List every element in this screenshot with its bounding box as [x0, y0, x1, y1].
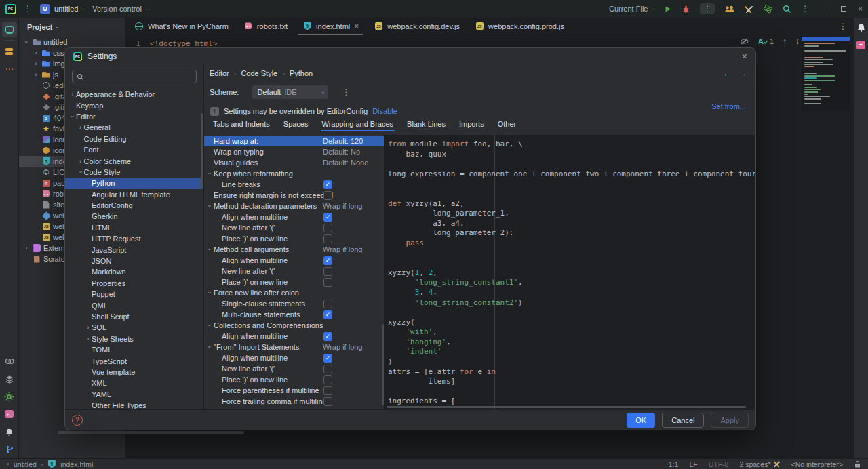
disable-link[interactable]: Disable — [372, 107, 397, 115]
option-row[interactable]: Align when multiline✓ — [204, 211, 384, 222]
window-close-button[interactable]: × — [859, 5, 863, 13]
plugin-pink-icon[interactable]: + — [856, 41, 865, 49]
tree-scrollbar[interactable] — [201, 113, 203, 188]
window-maximize-button[interactable] — [841, 6, 846, 12]
checkbox-unchecked[interactable] — [323, 224, 332, 232]
main-menu-kebab-icon[interactable]: ⋮ — [24, 5, 32, 13]
help-icon[interactable]: ? — [72, 415, 83, 426]
settings-tree-item[interactable]: Code Editing — [65, 134, 203, 144]
checkbox-unchecked[interactable] — [323, 267, 332, 276]
option-row[interactable]: Place ')' on new line — [204, 374, 384, 385]
tools-icon[interactable] — [744, 5, 753, 14]
scheme-options-kebab-icon[interactable]: ⋮ — [342, 88, 350, 96]
git-tool-button[interactable] — [2, 442, 17, 457]
more-kebab-icon[interactable]: ⋮ — [801, 5, 809, 13]
option-row[interactable]: New line after '(' — [204, 222, 384, 233]
option-row[interactable]: ›Method call argumentsWrap if long — [204, 244, 384, 255]
more-tools-button[interactable]: ⋯ — [2, 62, 17, 77]
chevron-right-icon[interactable]: › — [69, 91, 76, 98]
settings-tree-item[interactable]: Vue template — [65, 367, 203, 378]
settings-tree-item[interactable]: TOML — [65, 344, 203, 355]
option-row[interactable]: Hard wrap at:Default: 120 — [204, 136, 384, 146]
settings-tree-item[interactable]: YAML — [65, 389, 203, 400]
settings-tree-item[interactable]: Shell Script — [65, 311, 203, 322]
settings-tree-item[interactable]: ›Appearance & Behavior — [65, 89, 203, 100]
chevron-right-icon[interactable]: › — [77, 124, 84, 131]
chevron-right-icon[interactable]: › — [85, 324, 92, 331]
settings-tree-item[interactable]: EditorConfig — [65, 200, 203, 211]
editor-minimap[interactable] — [802, 37, 850, 111]
version-control-menu[interactable]: Version control › — [92, 5, 147, 13]
project-tool-button[interactable] — [2, 22, 17, 37]
chevron-right-icon[interactable]: › — [33, 49, 39, 56]
settings-tree-item[interactable]: ›Style Sheets — [65, 333, 203, 344]
run-config-selector[interactable]: Current File › — [609, 5, 654, 13]
settings-tree-item[interactable]: HTML — [65, 222, 203, 233]
apply-button[interactable]: Apply — [711, 413, 749, 428]
option-row[interactable]: Visual guidesDefault: None — [204, 157, 384, 168]
option-row[interactable]: Wrap on typingDefault: No — [204, 146, 384, 157]
tab-imports[interactable]: Imports — [459, 120, 484, 131]
close-tab-icon[interactable]: × — [354, 22, 359, 31]
chevron-down-icon[interactable]: › — [206, 171, 213, 177]
chevron-down-icon[interactable]: › — [206, 290, 213, 296]
settings-tree-item[interactable]: HTTP Request — [65, 233, 203, 244]
chevron-down-icon[interactable]: › — [54, 26, 60, 28]
status-item[interactable]: 1:1 — [669, 460, 679, 468]
editor-tab[interactable]: webpack.config.prod.js — [467, 18, 572, 35]
settings-tree-item[interactable]: Other File Types — [65, 400, 203, 409]
tab-tabs-and-indents[interactable]: Tabs and Indents — [213, 120, 270, 131]
editor-tab[interactable]: What's New in PyCharm — [127, 18, 236, 35]
checkbox-unchecked[interactable] — [323, 191, 332, 200]
structure-tool-button[interactable] — [2, 44, 17, 59]
chevron-right-icon[interactable]: › — [33, 71, 39, 78]
notifications-tool-button[interactable] — [2, 424, 17, 439]
option-row[interactable]: ›"From" Import StatementsWrap if long — [204, 342, 384, 352]
option-row[interactable]: Ensure right margin is not exceeded — [204, 190, 384, 201]
settings-sync-button[interactable] — [2, 389, 17, 404]
cancel-button[interactable]: Cancel — [662, 413, 704, 428]
settings-tree-item[interactable]: Keymap — [65, 100, 203, 110]
chevron-down-icon[interactable]: › — [206, 344, 213, 350]
chevron-down-icon[interactable]: › — [69, 113, 76, 120]
tab-options-kebab-icon[interactable]: ⋮ — [839, 22, 847, 31]
option-row[interactable]: Place ')' on new line — [204, 233, 384, 244]
option-row[interactable]: Align when multiline✓ — [204, 331, 384, 342]
terminal-tool-button[interactable]: >_ — [2, 407, 17, 422]
settings-tree-item[interactable]: ›Editor — [65, 111, 203, 122]
chevron-right-icon[interactable]: › — [33, 60, 39, 67]
settings-tree-item[interactable]: ›Color Scheme — [65, 155, 203, 166]
tab-other[interactable]: Other — [498, 120, 517, 131]
editor-tab[interactable]: webpack.config.dev.js — [366, 18, 467, 35]
checkbox-unchecked[interactable] — [323, 397, 332, 406]
tab-blank-lines[interactable]: Blank Lines — [407, 120, 446, 131]
set-from-link[interactable]: Set from... — [711, 102, 746, 110]
settings-dialog-header[interactable]: Settings × — [65, 48, 755, 64]
option-row[interactable]: New line after '(' — [204, 266, 384, 277]
settings-tree-item[interactable]: QML — [65, 300, 203, 310]
settings-tree-item[interactable]: JavaScript — [65, 244, 203, 255]
checkbox-checked[interactable]: ✓ — [323, 310, 332, 319]
option-row[interactable]: ›Keep when reformatting — [204, 168, 384, 179]
tab-spaces[interactable]: Spaces — [283, 120, 309, 131]
project-scrollbar[interactable] — [58, 431, 244, 434]
settings-tree-item[interactable]: Angular HTML template — [65, 189, 203, 200]
dependencies-tool-button[interactable] — [2, 354, 17, 369]
settings-tree-item[interactable]: Font — [65, 144, 203, 155]
settings-tree-item[interactable]: TypeScript — [65, 355, 203, 366]
highlight-off-icon[interactable] — [740, 37, 749, 45]
debug-button[interactable] — [682, 5, 690, 14]
lock-icon[interactable] — [854, 460, 861, 468]
chevron-right-icon[interactable]: › — [85, 335, 92, 342]
settings-search-input[interactable] — [72, 70, 197, 83]
checkbox-checked[interactable]: ✓ — [323, 213, 332, 222]
checkbox-unchecked[interactable] — [323, 234, 332, 243]
option-row[interactable]: New line after '(' — [204, 363, 384, 374]
option-row[interactable]: ›Force new line after colon — [204, 287, 384, 298]
run-options-kebab-icon[interactable]: ⋮ — [700, 3, 715, 14]
chevron-right-icon[interactable]: › — [77, 158, 84, 165]
settings-tree-item[interactable]: Python — [65, 178, 203, 188]
option-row[interactable]: Single-clause statements — [204, 298, 384, 309]
chevron-down-icon[interactable]: › — [206, 247, 213, 253]
option-row[interactable]: Force trailing comma if multiline — [204, 396, 384, 407]
